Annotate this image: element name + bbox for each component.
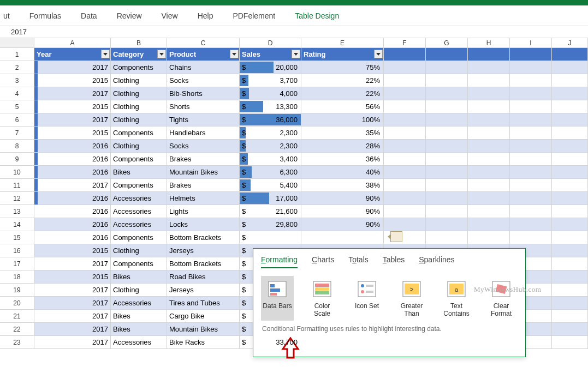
cell-empty[interactable]	[510, 166, 552, 179]
table-header-year[interactable]: Year	[34, 48, 111, 61]
cell-product[interactable]: Bottom Brackets	[167, 257, 240, 270]
cell-category[interactable]: Bikes	[111, 323, 167, 336]
cell-rating[interactable]: 75%	[301, 61, 384, 74]
cell-empty[interactable]	[384, 100, 426, 113]
filter-dropdown-icon[interactable]	[230, 50, 239, 58]
qa-tab-sparklines[interactable]: Sparklines	[419, 255, 454, 268]
row-header-20[interactable]: 20	[0, 297, 34, 310]
cell-empty[interactable]	[552, 257, 588, 270]
cell-empty[interactable]	[426, 127, 468, 140]
cell-rating[interactable]: 28%	[301, 140, 384, 153]
cell-empty[interactable]	[552, 87, 588, 100]
qa-item-color-scale[interactable]: Color Scale	[306, 276, 338, 321]
cell-product[interactable]: Helmets	[167, 192, 240, 205]
cell-empty[interactable]	[384, 87, 426, 100]
qa-item-icon-set[interactable]: Icon Set	[351, 276, 383, 321]
cell-sales[interactable]: $6,300	[240, 166, 301, 179]
column-header-F[interactable]: F	[384, 38, 426, 47]
ribbon-tab-help[interactable]: Help	[188, 5, 223, 26]
cell-sales[interactable]: $20,000	[240, 61, 301, 74]
row-header-16[interactable]: 16	[0, 244, 34, 257]
cell-empty[interactable]	[552, 323, 588, 336]
column-header-H[interactable]: H	[468, 38, 510, 47]
cell-empty[interactable]	[426, 192, 468, 205]
cell-category[interactable]: Bikes	[111, 310, 167, 323]
cell-product[interactable]: Bib-Shorts	[167, 87, 240, 100]
cell-category[interactable]: Clothing	[111, 100, 167, 113]
cell-category[interactable]: Clothing	[111, 87, 167, 100]
cell-empty[interactable]	[552, 244, 588, 257]
cell-empty[interactable]	[468, 205, 510, 218]
formula-bar[interactable]: 2017	[0, 26, 588, 38]
cell-year[interactable]: 2015	[34, 127, 111, 140]
cell-sales[interactable]: $3,400	[240, 153, 301, 166]
cell-product[interactable]: Chains	[167, 61, 240, 74]
cell-category[interactable]: Bikes	[111, 166, 167, 179]
cell-empty[interactable]	[426, 61, 468, 74]
row-header-19[interactable]: 19	[0, 284, 34, 297]
column-header-I[interactable]: I	[510, 38, 552, 47]
cell-empty[interactable]	[510, 153, 552, 166]
cell-empty[interactable]	[552, 336, 588, 349]
cell-empty[interactable]	[384, 127, 426, 140]
cell-empty[interactable]	[468, 179, 510, 192]
formula-bar-value[interactable]: 2017	[0, 28, 27, 36]
cell-category[interactable]: Components	[111, 153, 167, 166]
cell-empty[interactable]	[384, 179, 426, 192]
cell-empty[interactable]	[426, 113, 468, 127]
cell-rating[interactable]: 36%	[301, 153, 384, 166]
cell-product[interactable]: Cargo Bike	[167, 310, 240, 323]
cell-empty[interactable]	[510, 127, 552, 140]
cell-year[interactable]: 2017	[34, 297, 111, 310]
qa-tab-charts[interactable]: Charts	[312, 255, 334, 268]
cell-category[interactable]: Clothing	[111, 113, 167, 127]
column-header-D[interactable]: D	[240, 38, 301, 47]
cell-year[interactable]: 2016	[34, 140, 111, 153]
cell-product[interactable]: Handlebars	[167, 127, 240, 140]
column-header-A[interactable]: A	[34, 38, 111, 47]
cell-empty[interactable]	[426, 48, 468, 61]
cell-sales[interactable]: $21,600	[240, 205, 301, 218]
cell-empty[interactable]	[510, 231, 552, 244]
cell-category[interactable]: Components	[111, 127, 167, 140]
qa-item-data-bars[interactable]: Data Bars	[261, 276, 294, 321]
cell-year[interactable]: 2017	[34, 284, 111, 297]
row-header-10[interactable]: 10	[0, 166, 34, 179]
row-header-21[interactable]: 21	[0, 310, 34, 323]
quick-analysis-button[interactable]	[390, 231, 402, 242]
cell-empty[interactable]	[552, 310, 588, 323]
cell-year[interactable]: 2017	[34, 257, 111, 270]
cell-empty[interactable]	[468, 113, 510, 127]
cell-year[interactable]: 2017	[34, 113, 111, 127]
cell-empty[interactable]	[384, 218, 426, 231]
filter-dropdown-icon[interactable]	[101, 50, 110, 58]
column-header-C[interactable]: C	[167, 38, 240, 47]
cell-empty[interactable]	[552, 231, 588, 244]
cell-product[interactable]: Socks	[167, 74, 240, 87]
cell-empty[interactable]	[384, 140, 426, 153]
cell-empty[interactable]	[510, 179, 552, 192]
cell-empty[interactable]	[468, 74, 510, 87]
cell-empty[interactable]	[384, 74, 426, 87]
cell-empty[interactable]	[384, 48, 426, 61]
cell-year[interactable]: 2016	[34, 192, 111, 205]
cell-empty[interactable]	[426, 205, 468, 218]
cell-empty[interactable]	[426, 166, 468, 179]
qa-tab-formatting[interactable]: Formatting	[261, 255, 298, 268]
cell-empty[interactable]	[510, 61, 552, 74]
table-header-sales[interactable]: Sales	[240, 48, 301, 61]
cell-empty[interactable]	[552, 140, 588, 153]
table-header-product[interactable]: Product	[167, 48, 240, 61]
row-header-7[interactable]: 7	[0, 127, 34, 140]
cell-year[interactable]: 2017	[34, 179, 111, 192]
ribbon-tab-ut[interactable]: ut	[0, 5, 20, 26]
cell-empty[interactable]	[468, 231, 510, 244]
cell-category[interactable]: Accessories	[111, 336, 167, 349]
cell-category[interactable]: Accessories	[111, 192, 167, 205]
cell-product[interactable]: Lights	[167, 205, 240, 218]
cell-category[interactable]: Clothing	[111, 284, 167, 297]
cell-empty[interactable]	[510, 113, 552, 127]
cell-empty[interactable]	[468, 100, 510, 113]
select-all-corner[interactable]	[0, 38, 34, 47]
qa-item-text-contains[interactable]: aText Contains	[440, 276, 473, 321]
